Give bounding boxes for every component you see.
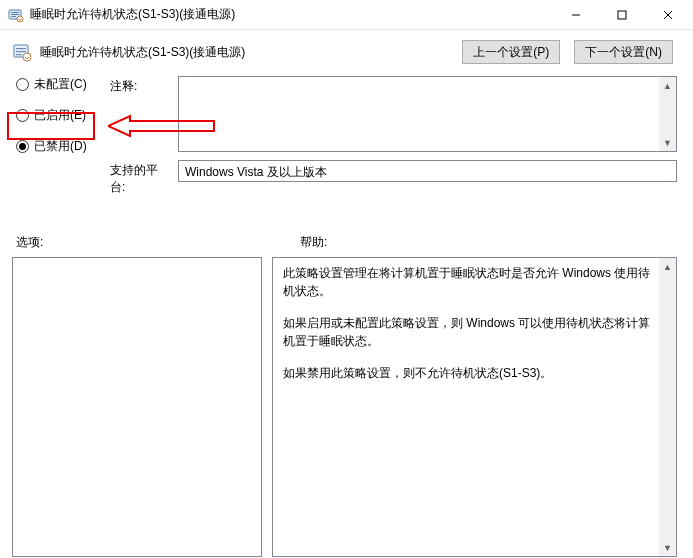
radio-not-configured[interactable]: 未配置(C) xyxy=(14,76,102,93)
window-titlebar: 睡眠时允许待机状态(S1-S3)(接通电源) xyxy=(0,0,693,30)
next-setting-button[interactable]: 下一个设置(N) xyxy=(574,40,673,64)
scrollbar[interactable]: ▲ ▼ xyxy=(659,258,676,556)
settings-upper: 未配置(C) 已启用(E) 已禁用(D) 注释: ▲ ▼ 支持的平台: Wind… xyxy=(0,74,693,204)
radio-label: 已禁用(D) xyxy=(34,138,87,155)
radio-icon xyxy=(16,78,29,91)
radio-group: 未配置(C) 已启用(E) 已禁用(D) xyxy=(14,76,102,155)
platform-value: Windows Vista 及以上版本 xyxy=(178,160,677,182)
setting-title: 睡眠时允许待机状态(S1-S3)(接通电源) xyxy=(40,44,454,61)
svg-rect-3 xyxy=(11,16,16,17)
window-controls xyxy=(553,0,691,30)
fields-column: 注释: ▲ ▼ 支持的平台: Windows Vista 及以上版本 xyxy=(110,76,677,196)
setting-header: 睡眠时允许待机状态(S1-S3)(接通电源) 上一个设置(P) 下一个设置(N) xyxy=(0,30,693,74)
prev-setting-button[interactable]: 上一个设置(P) xyxy=(462,40,560,64)
scrollbar[interactable]: ▲ ▼ xyxy=(659,77,676,151)
help-paragraph: 如果启用或未配置此策略设置，则 Windows 可以使用待机状态将计算机置于睡眠… xyxy=(283,314,652,350)
scroll-down-icon[interactable]: ▼ xyxy=(659,134,676,151)
help-paragraph: 此策略设置管理在将计算机置于睡眠状态时是否允许 Windows 使用待机状态。 xyxy=(283,264,652,300)
help-text: 此策略设置管理在将计算机置于睡眠状态时是否允许 Windows 使用待机状态。 … xyxy=(283,264,652,382)
svg-rect-2 xyxy=(11,14,19,15)
radio-disabled[interactable]: 已禁用(D) xyxy=(14,138,102,155)
svg-rect-12 xyxy=(16,54,22,55)
svg-rect-10 xyxy=(16,48,26,49)
note-label: 注释: xyxy=(110,76,170,95)
help-label: 帮助: xyxy=(300,234,327,251)
options-panel xyxy=(12,257,262,557)
section-labels: 选项: 帮助: xyxy=(0,204,693,255)
svg-rect-6 xyxy=(618,11,626,19)
minimize-button[interactable] xyxy=(553,0,599,30)
radio-label: 已启用(E) xyxy=(34,107,86,124)
nav-buttons: 上一个设置(P) 下一个设置(N) xyxy=(462,40,673,64)
scroll-up-icon[interactable]: ▲ xyxy=(659,77,676,94)
help-panel: 此策略设置管理在将计算机置于睡眠状态时是否允许 Windows 使用待机状态。 … xyxy=(272,257,677,557)
svg-rect-1 xyxy=(11,12,19,13)
note-textarea[interactable]: ▲ ▼ xyxy=(178,76,677,152)
radio-icon xyxy=(16,140,29,153)
close-button[interactable] xyxy=(645,0,691,30)
scroll-up-icon[interactable]: ▲ xyxy=(659,258,676,275)
app-icon xyxy=(8,7,24,23)
policy-icon xyxy=(12,42,32,62)
window-title: 睡眠时允许待机状态(S1-S3)(接通电源) xyxy=(30,6,553,23)
maximize-button[interactable] xyxy=(599,0,645,30)
options-label: 选项: xyxy=(16,234,300,251)
note-row: 注释: ▲ ▼ xyxy=(110,76,677,152)
help-paragraph: 如果禁用此策略设置，则不允许待机状态(S1-S3)。 xyxy=(283,364,652,382)
platform-label: 支持的平台: xyxy=(110,160,170,196)
svg-point-13 xyxy=(23,53,31,61)
lower-panels: 此策略设置管理在将计算机置于睡眠状态时是否允许 Windows 使用待机状态。 … xyxy=(0,255,693,557)
radio-label: 未配置(C) xyxy=(34,76,87,93)
svg-rect-11 xyxy=(16,51,26,52)
radio-enabled[interactable]: 已启用(E) xyxy=(14,107,102,124)
platform-row: 支持的平台: Windows Vista 及以上版本 xyxy=(110,160,677,196)
scroll-down-icon[interactable]: ▼ xyxy=(659,539,676,556)
radio-icon xyxy=(16,109,29,122)
